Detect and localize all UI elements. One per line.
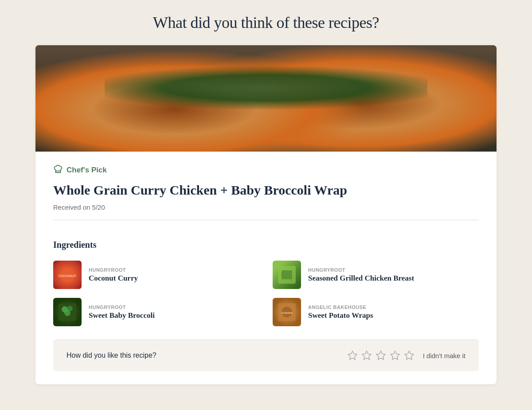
- svg-text:COCONUT: COCONUT: [59, 274, 76, 278]
- svg-rect-4: [282, 270, 292, 279]
- star-5[interactable]: [403, 350, 415, 361]
- star-1[interactable]: [347, 350, 358, 361]
- page-title: What did you think of these recipes?: [153, 13, 379, 32]
- ingredient-brand: HUNGRYROOT: [308, 267, 414, 273]
- ingredient-name: Coconut Curry: [89, 274, 138, 283]
- ingredients-title: Ingredients: [53, 240, 479, 250]
- ingredient-item: HUNGRYROOT Seasoned Grilled Chicken Brea…: [273, 261, 479, 289]
- svg-marker-14: [376, 351, 385, 359]
- star-3[interactable]: [375, 350, 387, 361]
- recipe-title: Whole Grain Curry Chicken + Baby Broccol…: [53, 182, 479, 198]
- ingredient-text: HUNGRYROOT Sweet Baby Broccoli: [89, 305, 155, 320]
- recipe-card: Chef's Pick Whole Grain Curry Chicken + …: [35, 45, 497, 384]
- ingredient-name: Seasoned Grilled Chicken Breast: [308, 274, 414, 283]
- chefs-pick-badge: Chef's Pick: [53, 164, 479, 176]
- ingredient-name: Sweet Potato Wraps: [308, 311, 373, 320]
- ingredient-image-chicken: [273, 261, 301, 289]
- received-date: Received on 5/20: [53, 203, 479, 211]
- recipe-info: Chef's Pick Whole Grain Curry Chicken + …: [35, 152, 497, 240]
- svg-marker-13: [362, 351, 371, 359]
- ingredients-section: Ingredients COCONUT HUNGRYROOT Coconut C…: [35, 240, 497, 340]
- divider: [53, 220, 479, 220]
- ingredient-name: Sweet Baby Broccoli: [89, 311, 155, 320]
- ingredient-item: GARDEN ANGELIC BAKEHOUSE Sweet Potato Wr…: [273, 298, 479, 326]
- ingredient-brand: HUNGRYROOT: [89, 305, 155, 310]
- chefs-pick-label: Chef's Pick: [66, 166, 107, 175]
- star-2[interactable]: [361, 350, 372, 361]
- ingredient-text: HUNGRYROOT Coconut Curry: [89, 267, 138, 283]
- svg-marker-12: [348, 351, 357, 359]
- rating-question: How did you like this recipe?: [66, 351, 156, 359]
- rating-right: I didn't make it: [347, 350, 466, 361]
- star-4[interactable]: [389, 350, 401, 361]
- ingredient-image-broccoli: [53, 298, 82, 326]
- rating-wrapper: How did you like this recipe?: [35, 340, 497, 384]
- svg-point-8: [64, 310, 70, 316]
- ingredient-item: COCONUT HUNGRYROOT Coconut Curry: [53, 261, 259, 289]
- didnt-make-link[interactable]: I didn't make it: [423, 352, 466, 359]
- svg-text:GARDEN: GARDEN: [281, 312, 293, 314]
- ingredient-item: HUNGRYROOT Sweet Baby Broccoli: [53, 298, 259, 326]
- ingredient-brand: ANGELIC BAKEHOUSE: [308, 305, 373, 310]
- ingredient-text: ANGELIC BAKEHOUSE Sweet Potato Wraps: [308, 305, 373, 320]
- ingredient-text: HUNGRYROOT Seasoned Grilled Chicken Brea…: [308, 267, 414, 283]
- rating-bar: How did you like this recipe?: [53, 340, 479, 371]
- svg-marker-16: [405, 351, 414, 359]
- chef-hat-icon: [53, 164, 63, 176]
- ingredient-image-wraps: GARDEN: [273, 298, 301, 326]
- recipe-image: [35, 45, 497, 152]
- star-rating[interactable]: [347, 350, 415, 361]
- ingredient-brand: HUNGRYROOT: [89, 267, 138, 273]
- ingredient-image-coconut: COCONUT: [53, 261, 82, 289]
- svg-marker-15: [391, 351, 399, 359]
- ingredients-grid: COCONUT HUNGRYROOT Coconut Curry HUNGRYR…: [53, 261, 479, 326]
